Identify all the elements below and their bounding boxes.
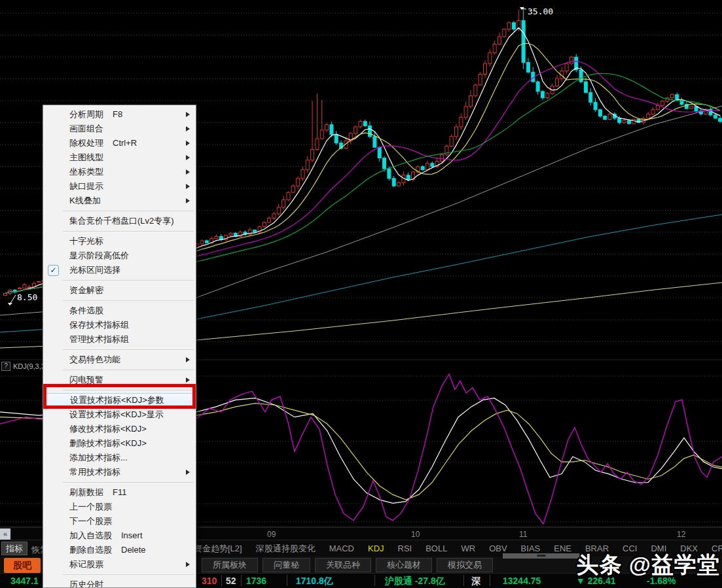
submenu-arrow-icon xyxy=(186,112,190,117)
menu-item-label: 交易特色功能 xyxy=(69,355,120,364)
down-count: 1736 xyxy=(246,576,266,586)
sz-market-label[interactable]: 深 xyxy=(471,576,480,587)
menu-item-label: 删除自选股 xyxy=(69,545,112,555)
menu-separator xyxy=(63,231,194,232)
menu-item[interactable]: 缺口提示 xyxy=(43,179,196,194)
menu-item[interactable]: K线叠加 xyxy=(43,194,196,208)
info-tab-核心题材[interactable]: 核心题材 xyxy=(376,558,432,572)
watermark-text: 头条 @益学堂 xyxy=(576,550,720,580)
menu-item[interactable]: 画面组合 xyxy=(43,122,196,136)
menu-item[interactable]: 交易特色功能 xyxy=(43,353,196,367)
menu-item[interactable]: 条件选股 xyxy=(43,303,196,318)
menu-item[interactable]: ✓光标区间选择 xyxy=(43,263,196,277)
guba-button[interactable]: 股吧 xyxy=(4,558,41,573)
menu-shortcut: Insert xyxy=(121,530,143,540)
menu-item[interactable]: 坐标类型 xyxy=(43,165,196,179)
info-tab-关联品种[interactable]: 关联品种 xyxy=(315,558,371,572)
menu-item-label: 集合竞价千档盘口(Lv2专享) xyxy=(69,216,174,226)
menu-item-label: 删除技术指标<KDJ> xyxy=(69,438,147,448)
divider xyxy=(490,575,490,586)
menu-item-label: 除权处理 xyxy=(69,138,103,148)
menu-item[interactable]: 资金解密 xyxy=(43,283,196,298)
indicator-tab-KDJ[interactable]: KDJ xyxy=(368,544,384,553)
menu-item-label: 保存技术指标组 xyxy=(69,320,129,330)
info-tab-所属板块[interactable]: 所属板块 xyxy=(202,558,258,572)
menu-item-label: 缺口提示 xyxy=(69,181,103,191)
menu-item[interactable]: 历史分时 xyxy=(43,578,196,588)
submenu-arrow-icon xyxy=(186,198,190,203)
indicator-tab-WR[interactable]: WR xyxy=(461,544,475,553)
indicator-tab-RSI[interactable]: RSI xyxy=(398,544,412,553)
sz-index-value: 13244.75 xyxy=(503,576,541,586)
menu-item-label: 设置技术指标<KDJ>显示 xyxy=(69,409,164,419)
menu-item[interactable]: 设置技术指标<KDJ>显示 xyxy=(43,407,196,422)
submenu-arrow-icon xyxy=(186,169,190,175)
divider xyxy=(241,575,242,586)
menu-item[interactable]: 上一个股票 xyxy=(43,500,196,514)
menu-item-label: 分析周期 xyxy=(69,109,103,119)
menu-item[interactable]: 十字光标 xyxy=(43,234,196,249)
menu-item[interactable]: 分析周期F8 xyxy=(43,107,196,122)
menu-item[interactable]: 常用技术指标 xyxy=(43,465,196,479)
menu-item-label: 管理技术指标组 xyxy=(69,334,129,344)
menu-item-label: 刷新数据 xyxy=(69,487,103,497)
menu-item-label: K线叠加 xyxy=(69,196,101,205)
stock-app-window: 35.008.50 ? KDJ(9,3,3) 09101112 资金趋势[L2]… xyxy=(0,0,722,588)
menu-separator xyxy=(63,349,194,350)
menu-item[interactable]: 删除技术指标<KDJ> xyxy=(43,436,196,451)
info-tab-问董秘[interactable]: 问董秘 xyxy=(262,558,310,572)
sh-index-value: 3447.1 xyxy=(10,576,39,586)
menu-item[interactable]: 显示阶段高低价 xyxy=(43,249,196,263)
menu-item[interactable]: 下一个股票 xyxy=(43,514,196,528)
x-axis-label: 12 xyxy=(677,530,685,539)
menu-item[interactable]: 管理技术指标组 xyxy=(43,332,196,347)
scrollbar-thumb[interactable] xyxy=(503,553,585,559)
submenu-arrow-icon xyxy=(186,377,190,383)
menu-separator xyxy=(63,370,194,370)
menu-shortcut: F11 xyxy=(113,487,126,497)
menu-item[interactable]: 集合竞价千档盘口(Lv2专享) xyxy=(43,214,196,228)
menu-item-label: 标记股票 xyxy=(69,559,103,569)
menu-item[interactable]: 添加技术指标... xyxy=(43,451,196,465)
submenu-arrow-icon xyxy=(186,184,190,189)
menu-item[interactable]: 保存技术指标组 xyxy=(43,318,196,332)
submenu-arrow-icon xyxy=(186,470,190,475)
submenu-arrow-icon xyxy=(186,141,190,146)
menu-separator xyxy=(63,300,194,301)
info-tab-模拟交易[interactable]: 模拟交易 xyxy=(437,558,493,572)
menu-item[interactable]: 删除自选股Delete xyxy=(43,543,196,557)
collapse-panel-button[interactable]: « xyxy=(0,528,10,540)
svg-text:35.00: 35.00 xyxy=(528,7,553,16)
indicator-tab-MACD[interactable]: MACD xyxy=(329,544,354,553)
indicator-tab-ENE[interactable]: ENE xyxy=(554,544,571,553)
menu-item-label: 添加技术指标... xyxy=(69,453,128,462)
menu-item-label: 下一个股票 xyxy=(69,516,112,526)
menu-item[interactable]: 修改技术指标<KDJ> xyxy=(43,422,196,436)
divider xyxy=(287,575,287,586)
menu-shortcut: Ctrl+R xyxy=(113,138,137,148)
help-icon[interactable]: ? xyxy=(1,362,10,371)
menu-separator xyxy=(63,482,194,483)
menu-item[interactable]: 除权处理Ctrl+R xyxy=(43,136,196,150)
hgt-flow: 沪股通 -27.8亿 xyxy=(385,576,445,587)
indicator-tab-BOLL[interactable]: BOLL xyxy=(425,544,447,553)
indicator-tab-BIAS[interactable]: BIAS xyxy=(521,544,541,553)
tab-indicator[interactable]: 指标 xyxy=(1,542,27,555)
submenu-arrow-icon xyxy=(186,562,190,567)
x-axis-label: 09 xyxy=(267,530,276,539)
menu-item[interactable]: 主图线型 xyxy=(43,150,196,165)
context-menu: 分析周期F8画面组合除权处理Ctrl+R主图线型坐标类型缺口提示K线叠加集合竞价… xyxy=(43,105,196,588)
menu-item-label: 主图线型 xyxy=(69,152,103,162)
checkmark-icon: ✓ xyxy=(48,265,59,276)
divider xyxy=(221,575,222,586)
indicator-tab-OBV[interactable]: OBV xyxy=(489,544,507,553)
info-tabs-row: 所属板块问董秘关联品种核心题材模拟交易 xyxy=(202,558,493,572)
menu-item[interactable]: 标记股票 xyxy=(43,557,196,572)
menu-item[interactable]: 刷新数据F11 xyxy=(43,485,196,500)
indicator-tab-深股通持股变化[interactable]: 深股通持股变化 xyxy=(256,543,316,555)
menu-item[interactable]: 加入自选股Insert xyxy=(43,528,196,543)
menu-item-label: 条件选股 xyxy=(69,305,103,315)
turnover-amount: 1710.8亿 xyxy=(296,576,333,587)
kdj-indicator-label: ? KDJ(9,3,3) xyxy=(1,362,48,371)
indicator-tab-资金趋势[L2][interactable]: 资金趋势[L2] xyxy=(194,543,242,555)
